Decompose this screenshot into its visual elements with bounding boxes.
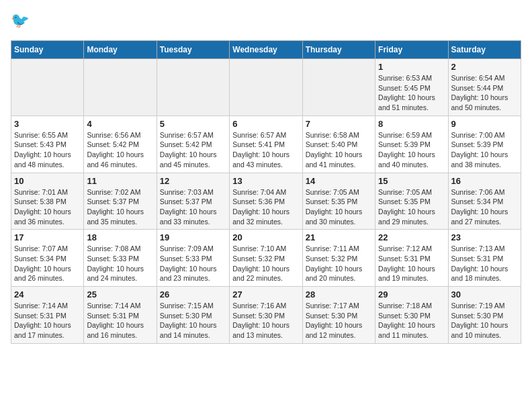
day-detail: Sunrise: 7:10 AMSunset: 5:32 PMDaylight:… [232, 244, 299, 283]
page-header: 🐦 [11, 11, 521, 32]
calendar-cell: 21Sunrise: 7:11 AMSunset: 5:32 PMDayligh… [302, 230, 375, 287]
weekday-thursday: Thursday [302, 41, 375, 59]
calendar-cell: 19Sunrise: 7:09 AMSunset: 5:33 PMDayligh… [157, 230, 229, 287]
week-row-4: 17Sunrise: 7:07 AMSunset: 5:34 PMDayligh… [11, 230, 521, 287]
calendar-cell: 22Sunrise: 7:12 AMSunset: 5:31 PMDayligh… [375, 230, 448, 287]
day-detail: Sunrise: 7:07 AMSunset: 5:34 PMDaylight:… [14, 244, 81, 283]
day-detail: Sunrise: 6:59 AMSunset: 5:39 PMDaylight:… [378, 130, 445, 170]
day-detail: Sunrise: 7:00 AMSunset: 5:39 PMDaylight:… [451, 130, 518, 170]
day-detail: Sunrise: 7:02 AMSunset: 5:37 PMDaylight:… [87, 187, 153, 227]
day-detail: Sunrise: 6:54 AMSunset: 5:44 PMDaylight:… [451, 73, 518, 113]
day-number: 6 [232, 119, 299, 129]
week-row-2: 3Sunrise: 6:55 AMSunset: 5:43 PMDaylight… [11, 116, 521, 173]
day-detail: Sunrise: 7:12 AMSunset: 5:31 PMDaylight:… [378, 244, 445, 283]
calendar-cell: 9Sunrise: 7:00 AMSunset: 5:39 PMDaylight… [448, 116, 521, 173]
calendar-cell [302, 59, 375, 116]
weekday-header-row: SundayMondayTuesdayWednesdayThursdayFrid… [11, 41, 521, 59]
day-number: 5 [160, 119, 226, 129]
day-number: 28 [306, 289, 372, 300]
calendar-cell: 14Sunrise: 7:05 AMSunset: 5:35 PMDayligh… [302, 173, 375, 230]
weekday-sunday: Sunday [11, 41, 84, 59]
day-detail: Sunrise: 7:15 AMSunset: 5:30 PMDaylight:… [160, 301, 226, 340]
calendar-cell: 13Sunrise: 7:04 AMSunset: 5:36 PMDayligh… [230, 173, 302, 230]
day-detail: Sunrise: 7:13 AMSunset: 5:31 PMDaylight:… [451, 244, 518, 283]
day-number: 11 [87, 176, 153, 186]
calendar-cell: 18Sunrise: 7:08 AMSunset: 5:33 PMDayligh… [84, 230, 157, 287]
day-detail: Sunrise: 6:58 AMSunset: 5:40 PMDaylight:… [306, 130, 372, 170]
calendar-cell: 6Sunrise: 6:57 AMSunset: 5:41 PMDaylight… [230, 116, 302, 173]
calendar-cell: 25Sunrise: 7:14 AMSunset: 5:31 PMDayligh… [84, 287, 157, 344]
calendar-cell: 23Sunrise: 7:13 AMSunset: 5:31 PMDayligh… [448, 230, 521, 287]
day-number: 21 [306, 232, 372, 242]
day-detail: Sunrise: 7:09 AMSunset: 5:33 PMDaylight:… [160, 244, 226, 283]
day-number: 10 [14, 176, 81, 186]
calendar-cell: 27Sunrise: 7:16 AMSunset: 5:30 PMDayligh… [230, 287, 302, 344]
day-number: 7 [306, 119, 372, 129]
calendar-cell: 20Sunrise: 7:10 AMSunset: 5:32 PMDayligh… [230, 230, 302, 287]
calendar-cell: 26Sunrise: 7:15 AMSunset: 5:30 PMDayligh… [157, 287, 229, 344]
calendar-cell [157, 59, 229, 116]
day-detail: Sunrise: 7:08 AMSunset: 5:33 PMDaylight:… [87, 244, 153, 283]
calendar-cell: 17Sunrise: 7:07 AMSunset: 5:34 PMDayligh… [11, 230, 84, 287]
day-detail: Sunrise: 7:06 AMSunset: 5:34 PMDaylight:… [451, 187, 518, 227]
day-detail: Sunrise: 6:57 AMSunset: 5:41 PMDaylight:… [232, 130, 299, 170]
day-number: 23 [451, 232, 518, 242]
day-detail: Sunrise: 7:16 AMSunset: 5:30 PMDaylight:… [232, 301, 299, 340]
calendar-cell: 3Sunrise: 6:55 AMSunset: 5:43 PMDaylight… [11, 116, 84, 173]
logo: 🐦 [11, 11, 35, 32]
weekday-saturday: Saturday [448, 41, 521, 59]
calendar-cell: 11Sunrise: 7:02 AMSunset: 5:37 PMDayligh… [84, 173, 157, 230]
day-number: 3 [14, 119, 81, 129]
weekday-tuesday: Tuesday [157, 41, 229, 59]
calendar-cell: 15Sunrise: 7:05 AMSunset: 5:35 PMDayligh… [375, 173, 448, 230]
calendar-cell: 10Sunrise: 7:01 AMSunset: 5:38 PMDayligh… [11, 173, 84, 230]
weekday-monday: Monday [84, 41, 157, 59]
day-number: 16 [451, 176, 518, 186]
day-detail: Sunrise: 6:56 AMSunset: 5:42 PMDaylight:… [87, 130, 153, 170]
day-number: 24 [14, 289, 81, 300]
calendar-body: 1Sunrise: 6:53 AMSunset: 5:45 PMDaylight… [11, 59, 521, 344]
day-detail: Sunrise: 7:01 AMSunset: 5:38 PMDaylight:… [14, 187, 81, 227]
day-number: 2 [451, 62, 518, 72]
calendar-cell: 12Sunrise: 7:03 AMSunset: 5:37 PMDayligh… [157, 173, 229, 230]
day-detail: Sunrise: 7:03 AMSunset: 5:37 PMDaylight:… [160, 187, 226, 227]
day-detail: Sunrise: 6:53 AMSunset: 5:45 PMDaylight:… [378, 73, 445, 113]
calendar-cell: 24Sunrise: 7:14 AMSunset: 5:31 PMDayligh… [11, 287, 84, 344]
calendar-cell: 5Sunrise: 6:57 AMSunset: 5:42 PMDaylight… [157, 116, 229, 173]
calendar-cell: 2Sunrise: 6:54 AMSunset: 5:44 PMDaylight… [448, 59, 521, 116]
day-number: 18 [87, 232, 153, 242]
day-detail: Sunrise: 7:18 AMSunset: 5:30 PMDaylight:… [378, 301, 445, 340]
day-detail: Sunrise: 7:14 AMSunset: 5:31 PMDaylight:… [87, 301, 153, 340]
day-number: 8 [378, 119, 445, 129]
day-detail: Sunrise: 7:19 AMSunset: 5:30 PMDaylight:… [451, 301, 518, 340]
day-number: 22 [378, 232, 445, 242]
logo-icon: 🐦 [11, 11, 32, 32]
day-number: 20 [232, 232, 299, 242]
weekday-friday: Friday [375, 41, 448, 59]
calendar-cell: 7Sunrise: 6:58 AMSunset: 5:40 PMDaylight… [302, 116, 375, 173]
week-row-5: 24Sunrise: 7:14 AMSunset: 5:31 PMDayligh… [11, 287, 521, 344]
day-number: 9 [451, 119, 518, 129]
week-row-3: 10Sunrise: 7:01 AMSunset: 5:38 PMDayligh… [11, 173, 521, 230]
calendar-cell [84, 59, 157, 116]
day-number: 29 [378, 289, 445, 300]
day-detail: Sunrise: 6:57 AMSunset: 5:42 PMDaylight:… [160, 130, 226, 170]
day-number: 25 [87, 289, 153, 300]
day-number: 15 [378, 176, 445, 186]
day-detail: Sunrise: 7:05 AMSunset: 5:35 PMDaylight:… [306, 187, 372, 227]
day-number: 12 [160, 176, 226, 186]
day-number: 14 [306, 176, 372, 186]
weekday-wednesday: Wednesday [230, 41, 302, 59]
day-detail: Sunrise: 7:17 AMSunset: 5:30 PMDaylight:… [306, 301, 372, 340]
calendar-table: SundayMondayTuesdayWednesdayThursdayFrid… [11, 40, 521, 344]
svg-text:🐦: 🐦 [11, 11, 30, 30]
calendar-cell: 8Sunrise: 6:59 AMSunset: 5:39 PMDaylight… [375, 116, 448, 173]
calendar-cell: 28Sunrise: 7:17 AMSunset: 5:30 PMDayligh… [302, 287, 375, 344]
week-row-1: 1Sunrise: 6:53 AMSunset: 5:45 PMDaylight… [11, 59, 521, 116]
day-number: 1 [378, 62, 445, 72]
day-number: 19 [160, 232, 226, 242]
day-number: 4 [87, 119, 153, 129]
calendar-cell [11, 59, 84, 116]
calendar-cell [230, 59, 302, 116]
day-detail: Sunrise: 7:04 AMSunset: 5:36 PMDaylight:… [232, 187, 299, 227]
